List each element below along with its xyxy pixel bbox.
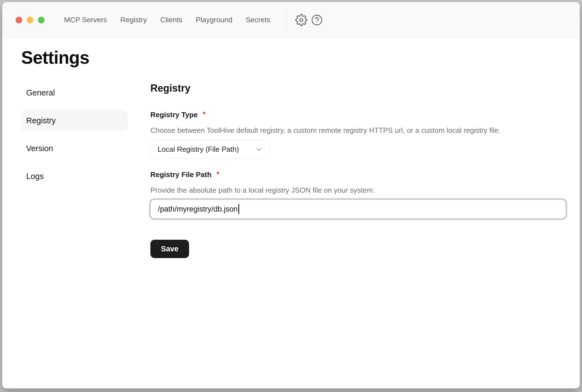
registry-type-select[interactable]: Local Registry (File Path) [150,140,270,159]
main-nav: MCP Servers Registry Clients Playground … [64,16,270,24]
registry-settings-panel: Registry Registry Type * Choose between … [150,82,566,258]
gear-icon [295,14,307,26]
sidebar-item-label: Registry [26,116,56,125]
settings-page: Settings General Registry Version Logs R… [2,38,580,258]
sidebar-item-label: General [26,88,55,97]
nav-item-mcp-servers[interactable]: MCP Servers [64,16,107,24]
nav-item-playground[interactable]: Playground [196,16,233,24]
sidebar-item-label: Version [26,144,53,153]
required-asterisk: * [217,170,219,178]
sidebar-item-label: Logs [26,172,44,181]
registry-file-path-field: Registry File Path * Provide the absolut… [150,170,566,219]
help-button[interactable] [309,12,325,28]
nav-item-registry[interactable]: Registry [120,16,147,24]
titlebar-divider [286,9,286,31]
registry-type-label: Registry Type [150,110,198,119]
close-window-button[interactable] [16,17,22,23]
page-title: Settings [21,48,561,67]
save-button[interactable]: Save [150,240,189,258]
minimize-window-button[interactable] [27,17,33,23]
required-asterisk: * [203,110,206,118]
nav-item-secrets[interactable]: Secrets [246,16,270,24]
sidebar-item-general[interactable]: General [21,82,128,103]
settings-sidebar: General Registry Version Logs [21,82,128,258]
section-title: Registry [150,82,566,94]
titlebar: MCP Servers Registry Clients Playground … [2,2,580,38]
registry-type-description: Choose between ToolHive default registry… [150,126,566,135]
window-controls [16,17,45,23]
sidebar-item-logs[interactable]: Logs [21,166,128,187]
input-value: /path/myregistry/db.json [158,205,238,214]
text-cursor [238,204,239,214]
registry-file-path-input[interactable]: /path/myregistry/db.json [150,200,566,219]
sidebar-item-version[interactable]: Version [21,138,128,159]
registry-file-path-description: Provide the absolute path to a local reg… [150,185,566,195]
registry-type-field: Registry Type * Choose between ToolHive … [150,110,566,159]
help-icon [311,14,323,26]
sidebar-item-registry[interactable]: Registry [21,110,128,131]
selected-option-label: Local Registry (File Path) [158,145,239,154]
zoom-window-button[interactable] [38,17,45,23]
chevron-down-icon [255,145,263,154]
settings-gear-button[interactable] [294,12,309,28]
nav-item-clients[interactable]: Clients [160,16,182,24]
app-window: MCP Servers Registry Clients Playground … [2,2,580,389]
registry-file-path-label: Registry File Path [150,170,212,179]
